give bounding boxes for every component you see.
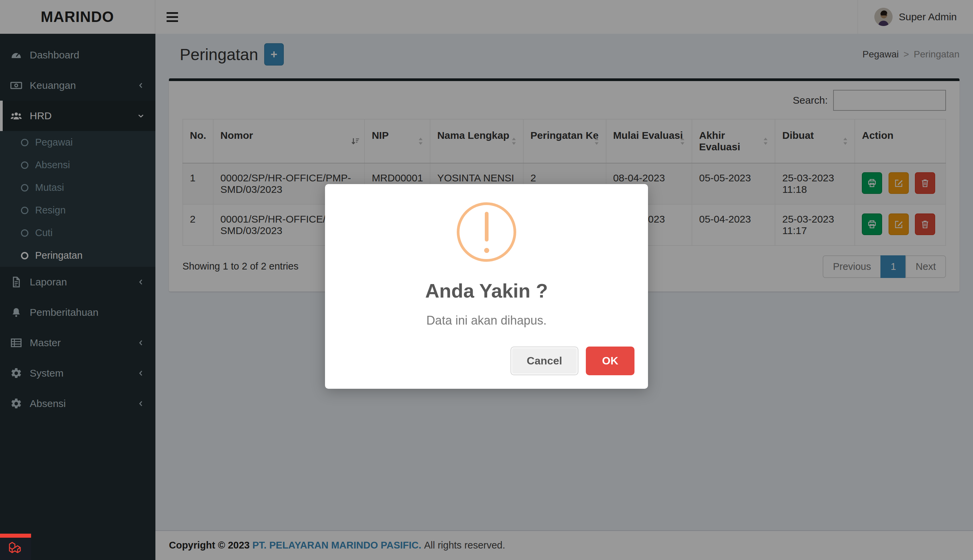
confirm-delete-dialog: Anda Yakin ? Data ini akan dihapus. Canc…: [325, 184, 648, 389]
ok-button[interactable]: OK: [586, 347, 634, 375]
dialog-message: Data ini akan dihapus.: [337, 313, 636, 328]
cancel-button[interactable]: Cancel: [511, 347, 578, 375]
warning-icon: [457, 202, 516, 262]
dialog-title: Anda Yakin ?: [337, 279, 636, 302]
laravel-debugbar-button[interactable]: [0, 534, 31, 560]
laravel-icon: [7, 541, 23, 557]
